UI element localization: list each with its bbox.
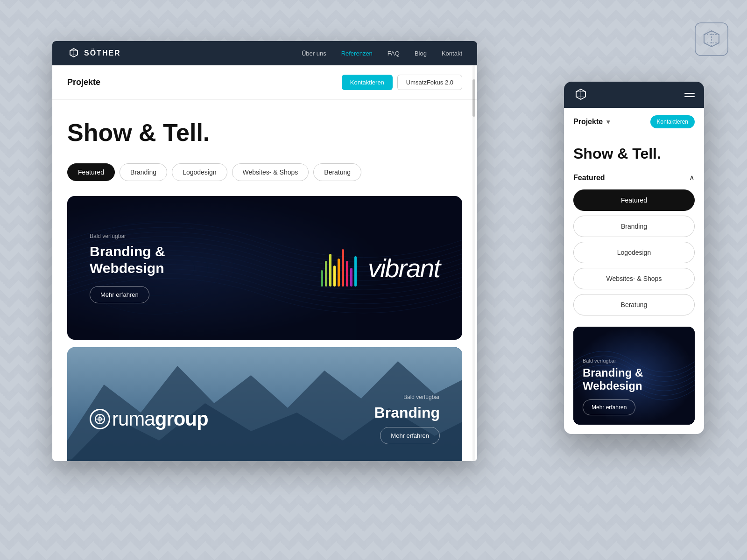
mobile-content: Show & Tell. Featured ∧ Featured Brandin… [564, 136, 704, 434]
hamburger-line-1 [684, 93, 695, 94]
mobile-page-header: Projekte ▾ Kontaktieren [564, 108, 704, 136]
waveform-bar [325, 261, 327, 287]
nav-blog[interactable]: Blog [415, 50, 427, 57]
desktop-browser-window: SÖTHER Über uns Referenzen FAQ Blog Kont… [52, 41, 477, 461]
nav-uber-uns[interactable]: Über uns [302, 50, 326, 57]
waveform-bar [333, 266, 336, 287]
kontaktieren-button[interactable]: Kontaktieren [342, 75, 393, 90]
ruma-bald-verfugbar: Bald verfügbar [374, 394, 440, 400]
nav-faq[interactable]: FAQ [388, 50, 400, 57]
page-header-actions: Kontaktieren UmsatzFokus 2.0 [342, 75, 462, 90]
ruma-text: rumagroup [112, 408, 208, 430]
mobile-projekte-text: Projekte [573, 118, 603, 126]
vibrant-card-title: Branding &Webdesign [90, 243, 165, 277]
mobile-projekte-label[interactable]: Projekte ▾ [573, 118, 610, 126]
ruma-category-label: Branding [374, 404, 440, 421]
mobile-navbar [564, 82, 704, 108]
waveform-bar [342, 249, 344, 287]
mobile-kontaktieren-button[interactable]: Kontaktieren [650, 115, 695, 128]
waveform-bar [346, 261, 348, 287]
vibrant-card-right: vibrant [321, 249, 440, 287]
nav-referenzen[interactable]: Referenzen [341, 50, 373, 57]
brand-name: SÖTHER [84, 49, 121, 57]
mobile-filter-websites[interactable]: Websites- & Shops [573, 268, 695, 289]
mobile-bald-verfugbar: Bald verfügbar [583, 358, 643, 364]
waveform-bar [354, 256, 357, 287]
project-card-vibrant: Bald verfügbar Branding &Webdesign Mehr … [67, 196, 462, 340]
filter-tab-branding[interactable]: Branding [120, 163, 167, 181]
mobile-window: Projekte ▾ Kontaktieren Show & Tell. Fea… [564, 82, 704, 434]
svg-rect-7 [67, 459, 462, 461]
mobile-brand-icon [573, 87, 588, 102]
vibrant-mehr-erfahren-button[interactable]: Mehr erfahren [90, 286, 149, 303]
box-logo-icon [695, 22, 728, 56]
mobile-card-title: Branding &Webdesign [583, 366, 643, 393]
desktop-navbar: SÖTHER Über uns Referenzen FAQ Blog Kont… [52, 41, 477, 65]
mobile-filter-list: Featured Branding Logodesign Websites- &… [573, 189, 695, 315]
filter-tab-beratung[interactable]: Beratung [313, 163, 361, 181]
page-title: Projekte [67, 77, 100, 87]
project-card-ruma: rumagroup Bald verfügbar Branding Mehr e… [67, 347, 462, 461]
mobile-filter-logodesign[interactable]: Logodesign [573, 242, 695, 263]
filter-tabs-container: Featured Branding Logodesign Websites- &… [67, 163, 462, 181]
mobile-filter-featured[interactable]: Featured [573, 189, 695, 211]
umsatzfokus-button[interactable]: UmsatzFokus 2.0 [397, 75, 462, 90]
ruma-card-left: rumagroup [90, 408, 208, 430]
mobile-filter-beratung[interactable]: Beratung [573, 294, 695, 315]
scrollbar-track[interactable] [472, 65, 475, 461]
ruma-card-right: Bald verfügbar Branding Mehr erfahren [374, 394, 440, 444]
vibrant-bald-verfugbar: Bald verfügbar [90, 233, 165, 239]
filter-tab-featured[interactable]: Featured [67, 163, 115, 181]
desktop-main-content: Show & Tell. Featured Branding Logodesig… [52, 100, 477, 461]
mobile-filter-branding[interactable]: Branding [573, 216, 695, 237]
waveform-bar [338, 259, 340, 287]
box-icon-container [695, 22, 728, 58]
hamburger-line-2 [684, 96, 695, 97]
vibrant-waveform [321, 249, 357, 287]
chevron-down-icon: ▾ [606, 118, 610, 126]
ruma-mehr-erfahren-button[interactable]: Mehr erfahren [380, 427, 440, 444]
hamburger-menu-icon[interactable] [684, 93, 695, 97]
nav-links: Über uns Referenzen FAQ Blog Kontakt [302, 50, 462, 57]
mobile-card-content: Bald verfügbar Branding &Webdesign Mehr … [583, 358, 643, 416]
filter-tab-websites[interactable]: Websites- & Shops [232, 163, 309, 181]
waveform-bar [321, 270, 323, 287]
ruma-logo: rumagroup [90, 408, 208, 430]
filter-tab-logodesign[interactable]: Logodesign [172, 163, 227, 181]
mobile-accordion-title: Featured [573, 174, 605, 182]
vibrant-logo-text: vibrant [368, 253, 440, 283]
vibrant-card-left: Bald verfügbar Branding &Webdesign Mehr … [90, 233, 165, 303]
mobile-accordion-header[interactable]: Featured ∧ [573, 173, 695, 182]
ruma-circle-icon [90, 409, 110, 429]
chevron-up-icon: ∧ [689, 173, 695, 182]
brand-icon [67, 47, 80, 60]
nav-kontakt[interactable]: Kontakt [442, 50, 462, 57]
mobile-card-preview: Bald verfügbar Branding &Webdesign Mehr … [573, 327, 695, 425]
brand-logo[interactable]: SÖTHER [67, 47, 121, 60]
waveform-bar [350, 268, 352, 287]
waveform-bar [329, 254, 331, 287]
desktop-page-header: Projekte Kontaktieren UmsatzFokus 2.0 [52, 65, 477, 100]
mobile-mehr-erfahren-button[interactable]: Mehr erfahren [583, 399, 635, 415]
show-tell-heading: Show & Tell. [67, 119, 462, 147]
scrollbar-thumb[interactable] [472, 79, 475, 117]
mobile-show-tell-heading: Show & Tell. [573, 146, 695, 162]
